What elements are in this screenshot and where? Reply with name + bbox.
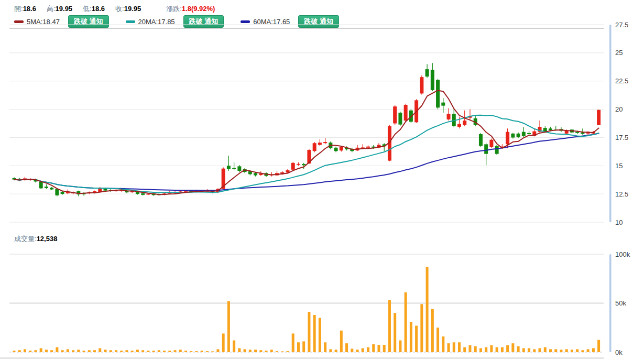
svg-text:50k: 50k	[615, 299, 626, 307]
svg-text:17.5: 17.5	[615, 134, 628, 141]
svg-text:100k: 100k	[615, 250, 630, 258]
svg-text:0k: 0k	[615, 348, 623, 356]
svg-text:27.5: 27.5	[615, 21, 628, 29]
svg-text:25: 25	[615, 49, 623, 57]
price-volume-chart[interactable]: 27.52522.52017.51512.510100k50k0k	[0, 0, 644, 360]
svg-text:10: 10	[615, 219, 623, 226]
bottom-scrollbar[interactable]	[0, 357, 604, 359]
svg-text:12.5: 12.5	[615, 190, 628, 198]
svg-text:22.5: 22.5	[615, 77, 628, 85]
svg-text:20: 20	[615, 105, 623, 113]
stock-chart-app: 開:18.6 高:19.95 低:18.6 收:19.95 漲跌:1.8(9.9…	[0, 0, 644, 360]
svg-text:15: 15	[615, 162, 623, 170]
